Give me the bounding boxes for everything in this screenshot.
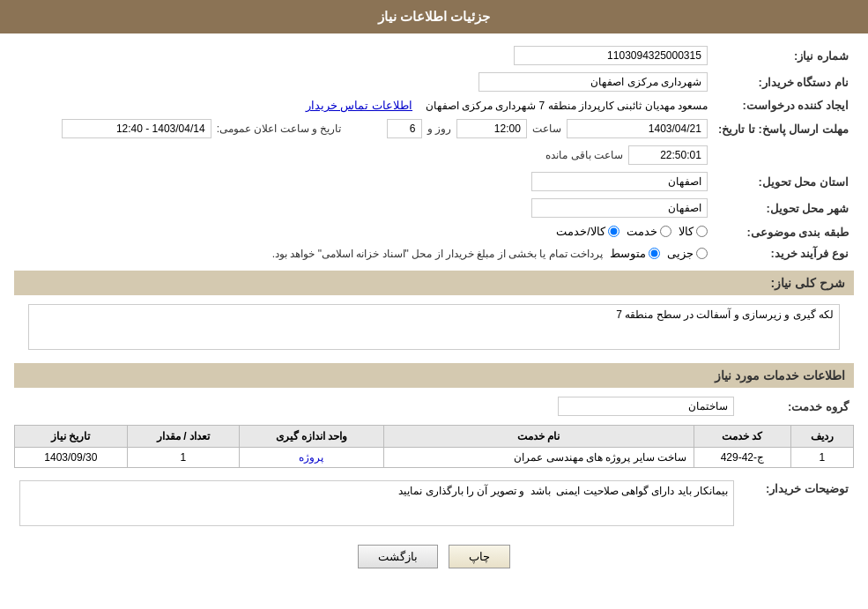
services-header: اطلاعات خدمات مورد نیاز: [14, 363, 854, 388]
city-row: شهر محل تحویل:: [14, 195, 854, 221]
category-kala-khedmat-label: کالا/خدمت: [556, 225, 605, 238]
buyer-notes-label: توضیحات خریدار:: [739, 477, 854, 532]
services-section-label: اطلاعات خدمات مورد نیاز: [715, 368, 845, 382]
need-desc-header: شرح کلی نیاز:: [14, 271, 854, 295]
service-group-label: گروه خدمت:: [739, 393, 854, 420]
province-input: [531, 172, 708, 191]
category-kala-khedmat-radio[interactable]: [608, 226, 619, 237]
deadline-time-input: [456, 119, 527, 138]
col-date-needed: تاریخ نیاز: [15, 426, 128, 448]
col-service-code: کد خدمت: [694, 426, 790, 448]
date-needed-cell: 1403/09/30: [15, 448, 128, 468]
service-group-row: گروه خدمت:: [14, 393, 854, 420]
need-desc-textarea: لکه گیری و زیرسازی و آسفالت در سطح منطقه…: [28, 304, 840, 350]
remaining-time-input: [628, 145, 708, 165]
process-note: پرداخت تمام یا بخشی از مبلغ خریدار از مح…: [272, 248, 603, 260]
process-label: نوع فرآیند خرید:: [713, 243, 854, 264]
contact-link[interactable]: اطلاعات تماس خریدار: [306, 99, 412, 112]
buyer-notes-row: توضیحات خریدار: بیمانکار باید دارای گواه…: [14, 477, 854, 532]
deadline-days-input: [387, 119, 422, 138]
category-khedmat-option[interactable]: خدمت: [627, 225, 671, 238]
service-group-input: [558, 397, 734, 416]
row-num-cell: 1: [790, 448, 853, 468]
province-label: استان محل تحویل:: [713, 168, 854, 195]
services-table-head: ردیف کد خدمت نام خدمت واحد اندازه گیری ت…: [15, 426, 854, 448]
content-area: شماره نیاز: نام دستگاه خریدار:: [0, 33, 868, 590]
col-unit: واحد اندازه گیری: [240, 426, 383, 448]
buyer-notes-section: توضیحات خریدار: بیمانکار باید دارای گواه…: [14, 477, 854, 532]
buyer-org-value-cell: [346, 69, 713, 95]
process-jozee-radio[interactable]: [696, 248, 708, 259]
category-kala-option[interactable]: کالا: [679, 225, 708, 238]
main-content: شماره نیاز: نام دستگاه خریدار:: [14, 42, 854, 568]
service-name-cell: ساخت سایر پروژه های مهندسی عمران: [383, 448, 694, 468]
creator-row: ایجاد کننده درخواست: مسعود مهدیان ثائبنی…: [14, 95, 854, 115]
deadline-date-group: ساعت روز و: [352, 119, 708, 138]
creator-label: ایجاد کننده درخواست:: [713, 95, 854, 115]
service-code-cell: ج-42-429: [694, 448, 790, 468]
announce-date-group: تاریخ و ساعت اعلان عمومی:: [31, 119, 341, 138]
services-table: ردیف کد خدمت نام خدمت واحد اندازه گیری ت…: [14, 425, 854, 468]
buyer-org-input: [479, 72, 708, 92]
creator-value: مسعود مهدیان ثائبنی کارپرداز منطقه 7 شهر…: [426, 100, 708, 112]
deadline-date-input: [567, 119, 708, 138]
services-table-body: 1 ج-42-429 ساخت سایر پروژه های مهندسی عم…: [15, 448, 854, 468]
buyer-org-label: نام دستگاه خریدار:: [713, 69, 854, 95]
creator-value-cell: مسعود مهدیان ثائبنی کارپرداز منطقه 7 شهر…: [26, 95, 713, 115]
print-button[interactable]: چاپ: [449, 545, 510, 568]
table-row: 1 ج-42-429 ساخت سایر پروژه های مهندسی عم…: [15, 448, 854, 468]
page-header: جزئیات اطلاعات نیاز: [0, 0, 868, 33]
services-table-header-row: ردیف کد خدمت نام خدمت واحد اندازه گیری ت…: [15, 426, 854, 448]
process-type-row: نوع فرآیند خرید: جزیی متوسط پرداخت ت: [14, 243, 854, 264]
process-motovaset-label: متوسط: [610, 247, 646, 260]
back-button[interactable]: بازگشت: [358, 545, 438, 568]
category-khedmat-label: خدمت: [627, 225, 657, 238]
process-jozee-label: جزیی: [667, 247, 694, 260]
buyer-notes-textarea: بیمانکار باید دارای گواهی صلاحیت ایمنی ب…: [19, 480, 734, 526]
city-label: شهر محل تحویل:: [713, 195, 854, 221]
unit-cell: پروژه: [240, 448, 383, 468]
quantity-cell: 1: [127, 448, 240, 468]
province-row: استان محل تحویل:: [14, 168, 854, 195]
need-number-label: شماره نیاز:: [713, 42, 854, 69]
buyer-org-row: نام دستگاه خریدار:: [14, 69, 854, 95]
process-motovaset-option[interactable]: متوسط: [610, 247, 660, 260]
process-group: جزیی متوسط پرداخت تمام یا بخشی از مبلغ خ…: [19, 247, 708, 260]
col-row-num: ردیف: [790, 426, 853, 448]
announce-date-input: [62, 119, 211, 138]
col-quantity: تعداد / مقدار: [127, 426, 240, 448]
category-khedmat-radio[interactable]: [660, 226, 671, 237]
category-kala-label: کالا: [679, 225, 694, 238]
need-number-row: شماره نیاز:: [14, 42, 854, 69]
remaining-row: ساعت باقی مانده: [14, 142, 854, 168]
process-jozee-option[interactable]: جزیی: [667, 247, 708, 260]
page-title: جزئیات اطلاعات نیاز: [378, 9, 490, 24]
need-desc-section: شرح کلی نیاز: لکه گیری و زیرسازی و آسفال…: [14, 271, 854, 356]
page-wrapper: جزئیات اطلاعات نیاز شماره نیاز: نام دستگ…: [0, 0, 868, 609]
col-service-name: نام خدمت: [383, 426, 694, 448]
city-input: [531, 198, 708, 218]
announce-label: تاریخ و ساعت اعلان عمومی:: [217, 123, 342, 135]
deadline-row: مهلت ارسال پاسخ: تا تاریخ: ساعت روز و تا…: [14, 115, 854, 142]
category-kala-khedmat-option[interactable]: کالا/خدمت: [556, 225, 619, 238]
time-label: ساعت: [532, 123, 561, 135]
deadline-label: مهلت ارسال پاسخ: تا تاریخ:: [713, 115, 854, 142]
button-group: چاپ بازگشت: [14, 545, 854, 568]
category-kala-radio[interactable]: [696, 226, 708, 237]
category-row: طبقه بندی موضوعی: کالا خدمت: [14, 221, 854, 243]
category-radio-group: کالا خدمت کالا/خدمت: [556, 225, 708, 238]
need-desc-label: شرح کلی نیاز:: [771, 276, 845, 290]
process-motovaset-radio[interactable]: [649, 248, 660, 259]
service-group-table: گروه خدمت:: [14, 393, 854, 420]
days-label: روز و: [427, 123, 451, 135]
buyer-notes-table: توضیحات خریدار: بیمانکار باید دارای گواه…: [14, 477, 854, 532]
main-info-table: شماره نیاز: نام دستگاه خریدار:: [14, 42, 854, 264]
remaining-group: ساعت باقی مانده: [352, 145, 708, 165]
need-number-value-cell: [346, 42, 713, 69]
services-section: اطلاعات خدمات مورد نیاز گروه خدمت:: [14, 363, 854, 468]
category-label: طبقه بندی موضوعی:: [713, 221, 854, 243]
remaining-label: ساعت باقی مانده: [545, 149, 623, 161]
need-number-input: [514, 46, 708, 65]
